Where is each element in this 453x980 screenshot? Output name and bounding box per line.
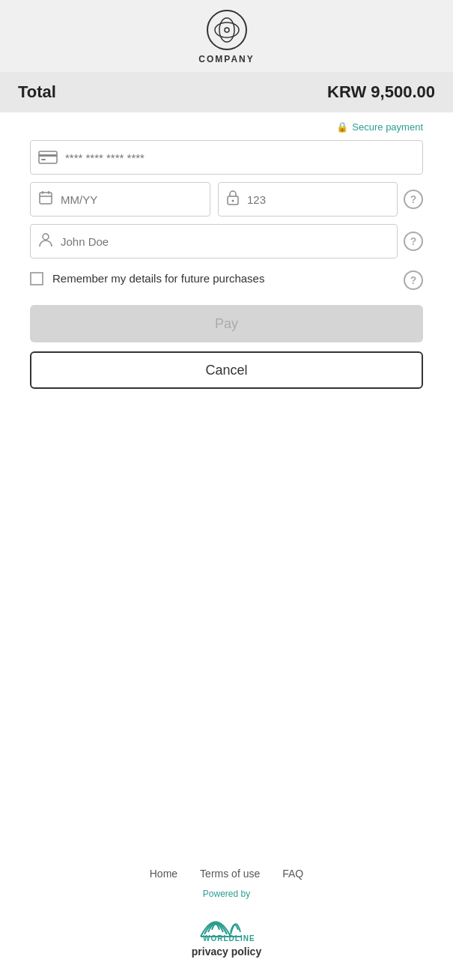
credit-card-icon <box>38 151 58 164</box>
cancel-button[interactable]: Cancel <box>30 351 423 389</box>
lock-icon: 🔒 <box>336 121 348 133</box>
svg-point-0 <box>207 10 246 49</box>
svg-point-3 <box>225 28 229 32</box>
svg-point-12 <box>232 199 234 202</box>
total-amount: KRW 9,500.00 <box>327 82 435 102</box>
remember-label: Remember my details for future purchases <box>52 270 395 286</box>
cvv-input[interactable] <box>247 193 389 206</box>
svg-text:WORLDLINE: WORLDLINE <box>203 934 255 941</box>
lock-cvv-icon <box>226 190 240 210</box>
calendar-icon <box>38 190 53 209</box>
remember-help-button[interactable]: ? <box>404 270 423 290</box>
cvv-help-button[interactable]: ? <box>404 190 423 209</box>
cardholder-row: ? <box>30 224 423 258</box>
cvv-section: ? <box>218 182 423 217</box>
expiry-input[interactable] <box>61 193 202 206</box>
footer-terms-link[interactable]: Terms of use <box>200 868 260 880</box>
footer: Home Terms of use FAQ Powered by WORLDLI… <box>0 853 453 980</box>
pay-button[interactable]: Pay <box>30 305 423 342</box>
privacy-policy-link[interactable]: privacy policy <box>192 946 261 958</box>
svg-rect-7 <box>40 193 52 204</box>
company-logo <box>206 9 248 51</box>
total-label: Total <box>18 82 56 102</box>
svg-rect-4 <box>39 151 57 163</box>
secure-payment-text: Secure payment <box>352 121 423 133</box>
header: COMPANY <box>0 0 453 72</box>
remember-row: Remember my details for future purchases… <box>30 270 423 290</box>
expiry-field-wrap <box>30 182 210 217</box>
worldline-logo: WORLDLINE <box>189 904 264 941</box>
remember-checkbox[interactable] <box>30 272 43 285</box>
secure-payment-row: 🔒 Secure payment <box>30 121 423 133</box>
cardholder-input[interactable] <box>61 235 389 248</box>
cvv-field-wrap <box>218 182 398 217</box>
cardholder-input-wrap <box>30 224 398 258</box>
svg-rect-6 <box>41 159 46 160</box>
payment-area: 🔒 Secure payment <box>0 112 453 853</box>
card-number-row <box>30 140 423 175</box>
card-number-input[interactable] <box>65 151 415 164</box>
expiry-cvv-row: ? <box>30 182 423 217</box>
cardholder-help-button[interactable]: ? <box>404 232 423 251</box>
svg-point-1 <box>219 18 234 42</box>
footer-faq-link[interactable]: FAQ <box>282 868 303 880</box>
svg-point-2 <box>215 22 239 37</box>
footer-home-link[interactable]: Home <box>150 868 177 880</box>
svg-rect-5 <box>39 154 57 157</box>
company-name: COMPANY <box>198 54 254 64</box>
footer-links: Home Terms of use FAQ <box>150 868 304 880</box>
powered-by-text: Powered by <box>203 889 250 899</box>
svg-point-13 <box>43 234 49 240</box>
total-bar: Total KRW 9,500.00 <box>0 72 453 112</box>
person-icon <box>38 232 53 252</box>
